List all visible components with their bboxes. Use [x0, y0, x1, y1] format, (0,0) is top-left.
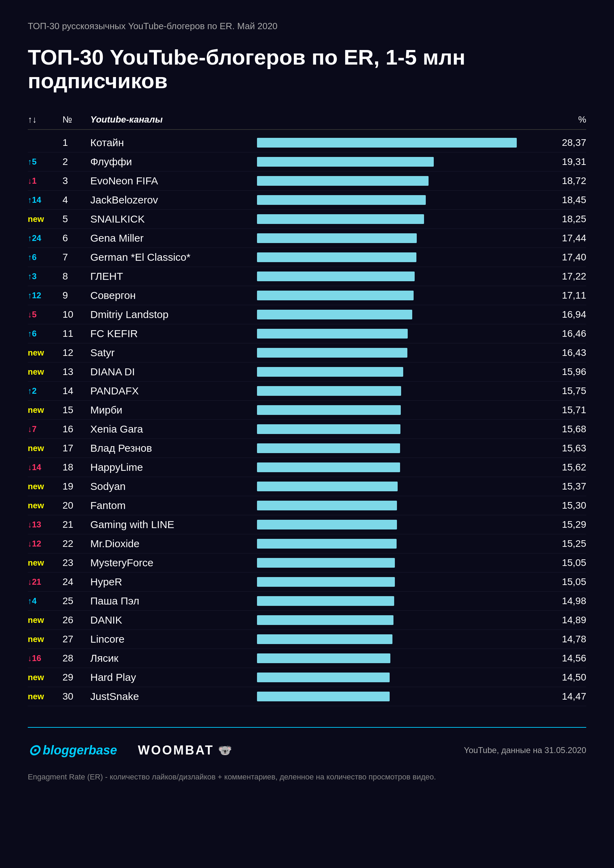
rank-change: new: [28, 348, 62, 358]
bar-fill: [257, 673, 390, 682]
rank-change: ↓16: [28, 653, 62, 663]
table-row: ↑3 8 ГЛЕНТ 17,22: [28, 267, 586, 286]
bar-container: [257, 290, 517, 301]
bar-fill: [257, 615, 394, 625]
row-num: 18: [62, 462, 90, 473]
bar-fill: [257, 443, 400, 453]
row-pct: 15,75: [531, 385, 586, 397]
rank-change: ↓21: [28, 577, 62, 587]
row-num: 9: [62, 290, 90, 301]
bloggerbase-label: bloggerbase: [43, 743, 117, 758]
row-num: 23: [62, 557, 90, 568]
bar-column: [257, 614, 531, 626]
rank-change: new: [28, 558, 62, 568]
row-pct: 15,63: [531, 443, 586, 454]
bar-column: [257, 328, 531, 339]
bar-container: [257, 156, 517, 168]
bar-container: [257, 442, 517, 454]
rank-change: new: [28, 214, 62, 224]
row-num: 24: [62, 577, 90, 587]
rank-change: new: [28, 634, 62, 644]
table-row: ↑24 6 Gena Miller 17,44: [28, 229, 586, 248]
table-row: new 15 Мирби 15,71: [28, 401, 586, 420]
row-num: 14: [62, 385, 90, 397]
row-name: JustSnake: [90, 691, 257, 702]
woombat-animal-icon: 🐨: [218, 744, 233, 757]
table-row: ↑4 25 Паша Пэл 14,98: [28, 592, 586, 611]
table-row: ↓1 3 EvoNeon FIFA 18,72: [28, 172, 586, 191]
bar-column: [257, 270, 531, 282]
bar-column: [257, 251, 531, 263]
row-pct: 28,37: [531, 137, 586, 148]
row-name: Мирби: [90, 404, 257, 416]
bar-fill: [257, 271, 415, 281]
row-pct: 16,94: [531, 309, 586, 320]
table-row: new 19 Sodyan 15,37: [28, 477, 586, 496]
row-num: 27: [62, 634, 90, 645]
row-pct: 16,46: [531, 328, 586, 339]
bar-column: [257, 385, 531, 397]
rank-change: new: [28, 615, 62, 625]
rank-change: new: [28, 443, 62, 453]
row-num: 11: [62, 328, 90, 339]
row-num: 30: [62, 691, 90, 702]
footer-left: ⊙ bloggerbase WOOMBAT 🐨: [28, 742, 233, 759]
bar-fill: [257, 253, 416, 262]
bar-column: [257, 442, 531, 454]
header-pct: %: [531, 114, 586, 125]
rank-change: new: [28, 501, 62, 510]
row-name: JackBelozerov: [90, 194, 257, 206]
row-num: 5: [62, 214, 90, 225]
rank-change: ↑5: [28, 157, 62, 167]
bar-container: [257, 232, 517, 244]
bar-fill: [257, 214, 424, 224]
footer-logos: ⊙ bloggerbase WOOMBAT 🐨 YouTube, данные …: [28, 742, 586, 759]
bar-column: [257, 232, 531, 244]
row-num: 2: [62, 156, 90, 167]
bar-container: [257, 671, 517, 683]
row-num: 8: [62, 271, 90, 282]
row-pct: 14,56: [531, 653, 586, 664]
bar-container: [257, 633, 517, 645]
row-pct: 15,62: [531, 462, 586, 473]
table-header: ↑↓ № Youtube-каналы %: [28, 110, 586, 130]
row-pct: 15,25: [531, 538, 586, 549]
table-row: new 27 Lincore 14,78: [28, 630, 586, 649]
table-row: ↓14 18 HappyLime 15,62: [28, 458, 586, 477]
bar-fill: [257, 367, 403, 377]
table-row: ↓13 21 Gaming with LINE 15,29: [28, 515, 586, 534]
bar-container: [257, 366, 517, 378]
row-name: HypeR: [90, 576, 257, 588]
row-pct: 19,31: [531, 156, 586, 167]
rank-change: ↑6: [28, 329, 62, 338]
row-name: Mr.Dioxide: [90, 538, 257, 550]
bar-container: [257, 251, 517, 263]
table-row: ↓16 28 Лясик 14,56: [28, 649, 586, 668]
bar-container: [257, 137, 517, 149]
row-pct: 14,78: [531, 634, 586, 645]
divider: [28, 727, 586, 728]
table-row: ↑6 7 German *El Classico* 17,40: [28, 248, 586, 267]
bar-fill: [257, 691, 390, 701]
table-row: ↑14 4 JackBelozerov 18,45: [28, 191, 586, 210]
rank-change: ↑3: [28, 271, 62, 281]
row-pct: 17,40: [531, 252, 586, 263]
row-name: German *El Classico*: [90, 251, 257, 263]
bar-fill: [257, 520, 397, 530]
bar-column: [257, 137, 531, 149]
bar-fill: [257, 462, 400, 472]
row-num: 4: [62, 194, 90, 206]
bar-column: [257, 213, 531, 225]
row-pct: 17,44: [531, 232, 586, 244]
bar-column: [257, 366, 531, 378]
bar-fill: [257, 310, 412, 319]
logo-woombat: WOOMBAT 🐨: [138, 743, 233, 758]
row-num: 7: [62, 252, 90, 263]
main-title: ТОП-30 YouTube-блогеров по ER, 1-5 млн п…: [28, 45, 586, 93]
bar-column: [257, 519, 531, 530]
rank-change: ↓12: [28, 539, 62, 549]
bar-fill: [257, 653, 390, 663]
row-name: Паша Пэл: [90, 595, 257, 607]
rank-change: ↓7: [28, 424, 62, 434]
row-pct: 14,47: [531, 691, 586, 702]
